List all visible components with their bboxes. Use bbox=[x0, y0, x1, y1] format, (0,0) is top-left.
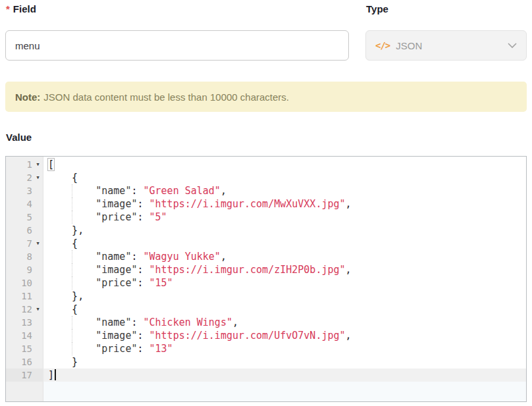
editor-line[interactable]: 16 } bbox=[6, 355, 526, 368]
editor-line[interactable]: 2▾ { bbox=[6, 171, 526, 184]
note-text: JSON data content must be less than 1000… bbox=[43, 91, 289, 103]
line-number: 12 bbox=[6, 303, 32, 316]
editor-line[interactable]: 15 "price": "13" bbox=[6, 342, 526, 355]
indent-guide bbox=[72, 250, 72, 263]
code-icon: </> bbox=[375, 40, 390, 51]
fold-gutter-empty bbox=[32, 263, 43, 276]
gutter-cell: 17 bbox=[6, 368, 43, 382]
type-select[interactable]: </> JSON bbox=[365, 30, 527, 61]
code-line[interactable]: "name": "Wagyu Yukke", bbox=[43, 250, 526, 263]
line-number: 15 bbox=[6, 342, 32, 355]
value-label: Value bbox=[6, 131, 527, 144]
field-label-text: Field bbox=[13, 3, 36, 14]
code-line[interactable]: "price": "13" bbox=[43, 342, 526, 355]
fold-gutter-empty bbox=[32, 368, 43, 382]
gutter-cell: 4 bbox=[6, 197, 43, 211]
gutter-cell: 9 bbox=[6, 263, 43, 276]
fold-gutter-empty bbox=[32, 342, 43, 355]
editor-line[interactable]: 11 }, bbox=[6, 290, 526, 303]
fold-gutter-empty bbox=[32, 250, 43, 263]
gutter-cell: 7▾ bbox=[6, 237, 43, 250]
fold-gutter-empty bbox=[32, 276, 43, 290]
editor-line[interactable]: 8 "name": "Wagyu Yukke", bbox=[6, 250, 526, 263]
code-line[interactable]: } bbox=[43, 355, 526, 368]
fold-gutter-empty bbox=[32, 184, 43, 197]
code-line[interactable]: }, bbox=[43, 224, 526, 237]
note-banner: Note: JSON data content must be less tha… bbox=[5, 82, 527, 112]
fold-gutter-empty bbox=[32, 355, 43, 368]
code-line[interactable]: "price": "15" bbox=[43, 276, 526, 290]
indent-guide bbox=[72, 211, 72, 224]
note-prefix: Note: bbox=[15, 91, 40, 103]
editor-line[interactable]: 3 "name": "Green Salad", bbox=[6, 184, 526, 197]
line-number: 11 bbox=[6, 290, 32, 303]
editor-line[interactable]: 6 }, bbox=[6, 224, 526, 237]
editor-rows: 1▾[2▾ {3 "name": "Green Salad",4 "image"… bbox=[6, 157, 526, 382]
fold-arrow-icon[interactable]: ▾ bbox=[32, 158, 43, 171]
editor-line[interactable]: 12▾ { bbox=[6, 303, 526, 316]
fold-arrow-icon[interactable]: ▾ bbox=[32, 303, 43, 316]
form-page: *Field Type </> JSON Note: JSON data con… bbox=[0, 0, 532, 402]
code-line[interactable]: { bbox=[43, 171, 526, 184]
line-number: 1 bbox=[6, 158, 32, 171]
editor-line[interactable]: 7▾ { bbox=[6, 237, 526, 250]
editor-line-active[interactable]: 17] bbox=[6, 368, 526, 382]
gutter-cell: 8 bbox=[6, 250, 43, 263]
fold-gutter-empty bbox=[32, 316, 43, 329]
line-number: 6 bbox=[6, 224, 32, 237]
field-column: *Field bbox=[5, 3, 349, 61]
indent-guide bbox=[72, 276, 72, 290]
type-column: Type </> JSON bbox=[365, 3, 527, 61]
code-line[interactable]: "image": "https://i.imgur.com/MwXuVXX.jp… bbox=[43, 197, 526, 211]
editor-line[interactable]: 13 "name": "Chicken Wings", bbox=[6, 316, 526, 329]
gutter-cell: 1▾ bbox=[6, 158, 43, 171]
line-number: 3 bbox=[6, 184, 32, 197]
fold-gutter-empty bbox=[32, 197, 43, 211]
code-line[interactable]: "name": "Green Salad", bbox=[43, 184, 526, 197]
gutter-cell: 15 bbox=[6, 342, 43, 355]
field-label: *Field bbox=[6, 3, 349, 16]
editor-empty-area[interactable] bbox=[43, 382, 526, 401]
json-editor[interactable]: 1▾[2▾ {3 "name": "Green Salad",4 "image"… bbox=[5, 156, 527, 402]
editor-line[interactable]: 5 "price": "5" bbox=[6, 211, 526, 224]
code-line[interactable]: { bbox=[43, 237, 526, 250]
gutter-cell: 13 bbox=[6, 316, 43, 329]
field-input[interactable] bbox=[5, 30, 349, 61]
indent-guide bbox=[72, 342, 72, 355]
editor-line[interactable]: 9 "image": "https://i.imgur.com/zIH2P0b.… bbox=[6, 263, 526, 276]
code-line[interactable]: "name": "Chicken Wings", bbox=[43, 316, 526, 329]
editor-line[interactable]: 1▾[ bbox=[6, 158, 526, 171]
gutter-cell: 12▾ bbox=[6, 303, 43, 316]
gutter-cell: 16 bbox=[6, 355, 43, 368]
required-asterisk: * bbox=[6, 3, 10, 14]
fold-gutter-empty bbox=[32, 290, 43, 303]
code-line[interactable]: [ bbox=[43, 158, 526, 171]
fold-arrow-icon[interactable]: ▾ bbox=[32, 171, 43, 184]
line-number: 7 bbox=[6, 237, 32, 250]
code-line[interactable]: "image": "https://i.imgur.com/UfvO7vN.jp… bbox=[43, 329, 526, 342]
code-line[interactable]: "price": "5" bbox=[43, 211, 526, 224]
editor-line[interactable]: 14 "image": "https://i.imgur.com/UfvO7vN… bbox=[6, 329, 526, 342]
editor-line[interactable]: 10 "price": "15" bbox=[6, 276, 526, 290]
indent-guide bbox=[72, 197, 72, 211]
code-line[interactable]: }, bbox=[43, 290, 526, 303]
fold-arrow-icon[interactable]: ▾ bbox=[32, 237, 43, 250]
gutter-cell: 2▾ bbox=[6, 171, 43, 184]
line-number: 9 bbox=[6, 263, 32, 276]
editor-line[interactable]: 4 "image": "https://i.imgur.com/MwXuVXX.… bbox=[6, 197, 526, 211]
indent-guide bbox=[72, 263, 72, 276]
line-number: 2 bbox=[6, 171, 32, 184]
indent-guide bbox=[72, 329, 72, 342]
fold-gutter-empty bbox=[32, 329, 43, 342]
line-number: 10 bbox=[6, 276, 32, 290]
code-line[interactable]: "image": "https://i.imgur.com/zIH2P0b.jp… bbox=[43, 263, 526, 276]
indent-guide bbox=[72, 184, 72, 197]
line-number: 16 bbox=[6, 355, 32, 368]
code-line[interactable]: ] bbox=[43, 368, 526, 382]
field-type-row: *Field Type </> JSON bbox=[5, 3, 527, 61]
code-line[interactable]: { bbox=[43, 303, 526, 316]
text-cursor bbox=[55, 369, 56, 380]
line-number: 5 bbox=[6, 211, 32, 224]
line-number: 17 bbox=[6, 368, 32, 382]
line-number: 13 bbox=[6, 316, 32, 329]
